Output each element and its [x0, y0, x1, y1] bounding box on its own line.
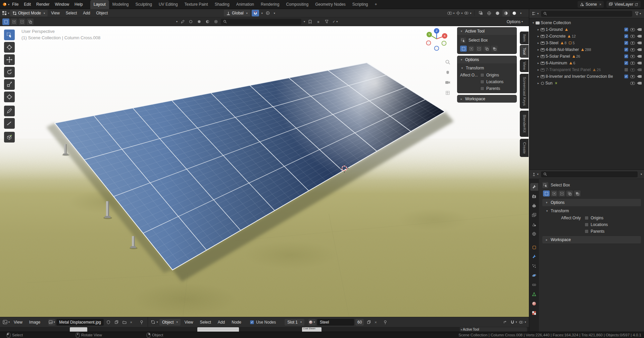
outliner-search-input[interactable]	[541, 11, 632, 17]
menu-add[interactable]: Add	[215, 319, 228, 325]
transform-subpanel-header[interactable]: ▾Transform	[545, 209, 641, 213]
tool-scale[interactable]	[4, 79, 15, 90]
tab-tool-properties[interactable]	[530, 183, 538, 191]
workspace-panel-header[interactable]: ▸Workspace	[457, 95, 517, 103]
mode-extend-button[interactable]	[468, 46, 475, 52]
outliner-item-label[interactable]: Sun	[545, 81, 552, 86]
render-camera-icon[interactable]	[638, 82, 642, 84]
outliner-row-bolt-nut-washer[interactable]: ▸4-Bolt-Nut-Washer288✓	[529, 46, 644, 53]
tab-modeling[interactable]: Modeling	[109, 0, 132, 9]
blenderkit-category-arrow[interactable]: ▾	[176, 20, 178, 23]
active-tool-row[interactable]: Select Box	[460, 37, 514, 43]
hide-eye-icon[interactable]	[630, 62, 635, 65]
material-name-field[interactable]: Steel	[317, 319, 354, 326]
render-camera-icon[interactable]	[638, 55, 642, 58]
transform-orientation-selector[interactable]: Global▾	[224, 10, 250, 16]
viewlayer-selector[interactable]: ViewLayer	[606, 1, 641, 8]
add-workspace-button[interactable]: +	[371, 0, 381, 9]
shader-snap-toggle[interactable]: ▾	[510, 319, 517, 326]
mode-intersect-button[interactable]	[574, 190, 581, 196]
outliner-row-inverter[interactable]: ▸8-Inverter and Inverter Connection Beam…	[529, 73, 644, 80]
tab-shading[interactable]: Shading	[211, 0, 233, 9]
tool-move[interactable]	[4, 54, 15, 65]
hide-eye-icon[interactable]	[630, 48, 635, 51]
visibility-dropdown[interactable]: ▾	[447, 10, 455, 16]
menu-render[interactable]: Render	[34, 2, 52, 7]
menu-image[interactable]: Image	[27, 319, 43, 325]
origins-checkbox-row[interactable]: Origins	[480, 73, 514, 77]
outliner-row-scene-collection[interactable]: ▾Scene Collection	[529, 19, 644, 26]
perspective-toggle-button[interactable]	[444, 89, 452, 97]
exclude-checkbox[interactable]: ✓	[624, 54, 628, 58]
menu-edit[interactable]: Edit	[21, 2, 34, 7]
tab-object-data-properties[interactable]	[530, 290, 538, 298]
axis-z-label[interactable]: Z	[436, 29, 438, 33]
parents-checkbox[interactable]	[585, 229, 589, 233]
material-slot-selector[interactable]: Slot 1▾	[285, 319, 304, 326]
menu-object[interactable]: Object	[94, 10, 111, 16]
outliner-row-steel[interactable]: ▸3-Steel85✓	[529, 40, 644, 46]
locations-checkbox[interactable]	[585, 223, 589, 227]
pin-image-button[interactable]	[138, 319, 145, 326]
outliner-item-label[interactable]: 7-Transparent Test Panel	[546, 67, 591, 72]
parent-node-tree-button[interactable]	[501, 319, 509, 326]
menu-select[interactable]: Select	[197, 319, 214, 325]
tool-measure[interactable]	[4, 118, 15, 129]
image-editor-type-button[interactable]: ▾	[3, 319, 10, 326]
new-material-button[interactable]	[365, 319, 373, 326]
shading-material-button[interactable]	[502, 10, 510, 16]
active-tool-row[interactable]: Select Box	[542, 182, 641, 188]
blenderkit-brush-icon[interactable]	[179, 18, 186, 25]
exclude-checkbox[interactable]: ✓	[624, 34, 628, 38]
tab-layout[interactable]: Layout	[90, 0, 109, 9]
blenderkit-search-input[interactable]	[221, 19, 301, 25]
mode-set-button[interactable]	[543, 190, 550, 196]
parents-checkbox-row[interactable]: Parents	[480, 86, 514, 91]
tool-select-box[interactable]	[4, 30, 15, 40]
outliner-item-label[interactable]: 5-Solar Panel	[546, 54, 570, 59]
mode-intersect-button[interactable]	[491, 46, 498, 52]
asset-type-brush-button[interactable]	[204, 18, 211, 25]
blender-logo-menu[interactable]: ▾	[2, 1, 9, 8]
open-image-folder-button[interactable]	[121, 319, 128, 326]
options-panel-header[interactable]: ▾Options	[542, 199, 641, 206]
outliner-item-label[interactable]: 6-Aluminum	[546, 61, 567, 65]
tab-world-properties[interactable]	[530, 230, 538, 238]
outliner-item-label[interactable]: 1-Ground	[546, 27, 563, 32]
shader-type-selector[interactable]: Object▾	[159, 319, 181, 326]
verified-filter-icon[interactable]: ✓▾	[332, 18, 339, 25]
bookmark-icon[interactable]	[306, 18, 313, 25]
outliner-item-label[interactable]: 4-Bolt-Nut-Washer	[546, 47, 579, 52]
render-camera-icon[interactable]	[638, 48, 642, 51]
exclude-checkbox[interactable]: ✓	[624, 74, 628, 78]
outliner-filter-button[interactable]: ▾	[634, 10, 642, 17]
exclude-checkbox[interactable]: ✓	[624, 48, 628, 52]
select-mode-subtract-button[interactable]	[18, 18, 26, 25]
gizmos-toggle[interactable]: ▾	[456, 10, 463, 16]
tab-scripting[interactable]: Scripting	[349, 0, 371, 9]
outliner-item-label[interactable]: 3-Steel	[546, 41, 558, 45]
axis-minus-x[interactable]	[427, 41, 431, 45]
use-nodes-checkbox-row[interactable]: ✓Use Nodes	[250, 320, 276, 325]
transform-subpanel-header[interactable]: ▾Transform	[460, 66, 514, 70]
exclude-checkbox[interactable]: ✓	[624, 61, 628, 65]
3d-viewport[interactable]: User Perspective (1) Scene Collection | …	[0, 26, 529, 317]
tab-sculpting[interactable]: Sculpting	[132, 0, 155, 9]
pin-material-button[interactable]	[382, 319, 389, 326]
unlink-image-button[interactable]: ×	[130, 320, 132, 324]
outliner-row-concrete[interactable]: ▸2-Concrete12✓	[529, 33, 644, 40]
tab-particle-properties[interactable]	[530, 262, 538, 270]
editor-type-button[interactable]: ▾	[2, 10, 9, 16]
menu-window[interactable]: Window	[52, 2, 72, 7]
shading-solid-button[interactable]	[494, 10, 501, 16]
hide-eye-icon[interactable]	[630, 75, 635, 78]
workspace-panel-header[interactable]: ▸Workspace	[542, 236, 641, 243]
outliner-item-label[interactable]: 2-Concrete	[546, 34, 565, 39]
sidebar-tab-view[interactable]: View	[520, 59, 529, 72]
parents-checkbox-row[interactable]: Parents	[585, 229, 641, 234]
menu-view[interactable]: View	[182, 319, 196, 325]
mode-extend-button[interactable]	[551, 190, 557, 196]
render-camera-icon[interactable]	[638, 75, 642, 78]
properties-search-input[interactable]	[541, 171, 638, 177]
snap-options-arrow[interactable]: ▾	[261, 12, 263, 15]
